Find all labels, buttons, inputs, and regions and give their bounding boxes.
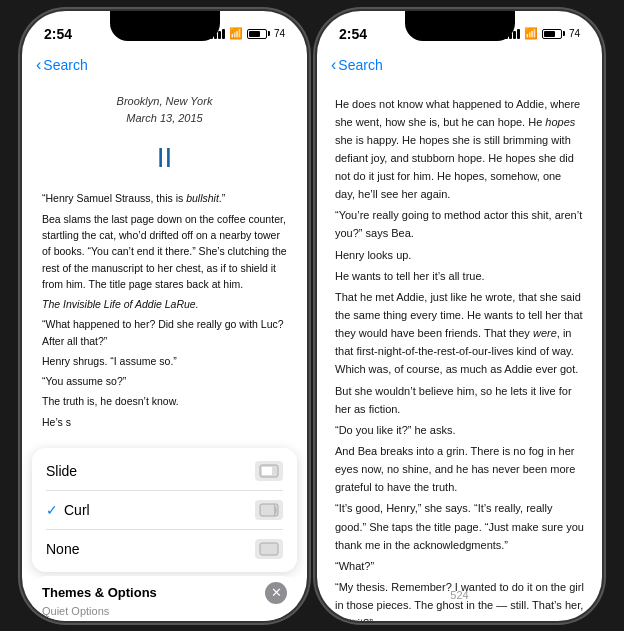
page-number: 524 (317, 589, 602, 601)
curl-icon (255, 500, 283, 520)
transition-curl[interactable]: ✓ Curl (32, 491, 297, 529)
right-phone: 2:54 📶 74 ‹ (317, 11, 602, 621)
right-para-4: That he met Addie, just like he wrote, t… (335, 288, 584, 379)
right-para-5: But she wouldn’t believe him, so he lets… (335, 382, 584, 418)
battery-icon-right (542, 29, 565, 39)
time-right: 2:54 (339, 26, 367, 42)
themes-title-row: Themes & Options ✕ (42, 582, 287, 604)
themes-header: Themes & Options ✕ Quiet Options (32, 576, 297, 621)
close-button[interactable]: ✕ (265, 582, 287, 604)
book-para-6: The truth is, he doesn’t know. (42, 393, 287, 409)
nav-bar-left[interactable]: ‹ Search (22, 47, 307, 83)
svg-rect-1 (262, 467, 272, 475)
right-para-6: “Do you like it?” he asks. (335, 421, 584, 439)
svg-rect-3 (260, 543, 278, 555)
transition-curl-label: Curl (64, 502, 90, 518)
wifi-icon: 📶 (229, 27, 243, 40)
time-left: 2:54 (44, 26, 72, 42)
reading-content-right: He does not know what happened to Addie,… (317, 83, 602, 621)
themes-title: Themes & Options (42, 585, 157, 600)
book-text-left: “Henry Samuel Strauss, this is bullshit.… (42, 190, 287, 429)
book-para-7: He’s s (42, 414, 287, 430)
none-icon (255, 539, 283, 559)
right-para-2: Henry looks up. (335, 246, 584, 264)
transition-none[interactable]: None (32, 530, 297, 568)
book-content-left: Brooklyn, New York March 13, 2015 II “He… (22, 83, 307, 444)
back-button-right[interactable]: ‹ Search (331, 56, 383, 74)
notch (110, 11, 220, 41)
book-location-line1: Brooklyn, New York (42, 93, 287, 111)
phones-container: 2:54 📶 74 ‹ (22, 11, 602, 621)
book-para-4: Henry shrugs. “I assume so.” (42, 353, 287, 369)
book-para-2: The Invisible Life of Addie LaRue. (42, 296, 287, 312)
back-label-left: Search (43, 57, 87, 73)
right-para-3: He wants to tell her it’s all true. (335, 267, 584, 285)
checkmark-icon: ✓ (46, 502, 58, 518)
status-icons-left: 📶 74 (210, 27, 285, 40)
book-header: Brooklyn, New York March 13, 2015 (42, 93, 287, 128)
right-para-0: He does not know what happened to Addie,… (335, 95, 584, 204)
battery-percent: 74 (274, 28, 285, 39)
transition-panel: Slide ✓ Curl (32, 448, 297, 572)
right-para-1: “You’re really going to method actor thi… (335, 206, 584, 242)
back-button-left[interactable]: ‹ Search (36, 56, 88, 74)
transition-slide-label: Slide (46, 463, 77, 479)
book-para-0: “Henry Samuel Strauss, this is bullshit.… (42, 190, 287, 206)
transition-slide[interactable]: Slide (32, 452, 297, 490)
themes-subtitle: Quiet Options (42, 605, 287, 617)
status-icons-right: 📶 74 (505, 27, 580, 40)
transition-none-label: None (46, 541, 79, 557)
battery-icon (247, 29, 270, 39)
back-chevron-icon: ‹ (36, 56, 41, 74)
book-para-1: Bea slams the last page down on the coff… (42, 211, 287, 292)
battery-percent-right: 74 (569, 28, 580, 39)
back-label-right: Search (338, 57, 382, 73)
right-para-9: “What?” (335, 557, 584, 575)
notch-right (405, 11, 515, 41)
back-chevron-icon-right: ‹ (331, 56, 336, 74)
wifi-icon-right: 📶 (524, 27, 538, 40)
book-location-line2: March 13, 2015 (42, 110, 287, 128)
book-para-5: “You assume so?” (42, 373, 287, 389)
slide-icon (255, 461, 283, 481)
chapter-number: II (42, 136, 287, 181)
right-para-8: “It’s good, Henry,” she says. “It’s real… (335, 499, 584, 553)
book-para-3: “What happened to her? Did she really go… (42, 316, 287, 349)
left-phone: 2:54 📶 74 ‹ (22, 11, 307, 621)
right-para-7: And Bea breaks into a grin. There is no … (335, 442, 584, 496)
nav-bar-right[interactable]: ‹ Search (317, 47, 602, 83)
